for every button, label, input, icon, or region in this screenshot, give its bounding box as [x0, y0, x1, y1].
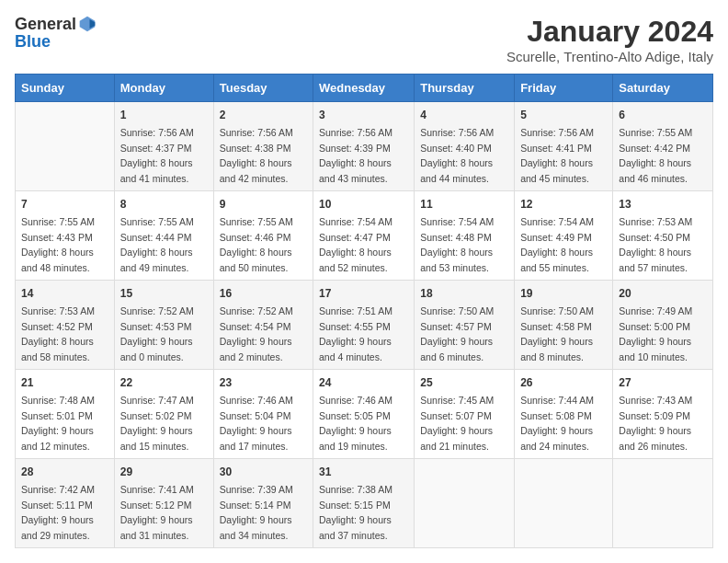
calendar-cell: 8Sunrise: 7:55 AMSunset: 4:44 PMDaylight… [114, 191, 213, 281]
day-info: Sunrise: 7:55 AMSunset: 4:42 PMDaylight:… [619, 127, 692, 184]
day-number: 31 [319, 464, 408, 480]
day-number: 26 [520, 374, 607, 391]
day-info: Sunrise: 7:56 AMSunset: 4:40 PMDaylight:… [420, 127, 494, 184]
day-info: Sunrise: 7:56 AMSunset: 4:41 PMDaylight:… [520, 127, 594, 184]
day-info: Sunrise: 7:52 AMSunset: 4:53 PMDaylight:… [120, 305, 194, 362]
day-number: 17 [319, 285, 408, 302]
day-number: 16 [220, 285, 307, 302]
day-info: Sunrise: 7:54 AMSunset: 4:47 PMDaylight:… [319, 216, 392, 273]
calendar-cell: 18Sunrise: 7:50 AMSunset: 4:57 PMDayligh… [415, 281, 515, 370]
col-saturday: Saturday [613, 75, 713, 102]
calendar-week-row: 7Sunrise: 7:55 AMSunset: 4:43 PMDaylight… [16, 191, 713, 281]
day-number: 24 [319, 374, 408, 391]
day-number: 29 [120, 464, 208, 480]
day-info: Sunrise: 7:43 AMSunset: 5:09 PMDaylight:… [619, 395, 692, 452]
day-info: Sunrise: 7:39 AMSunset: 5:14 PMDaylight:… [220, 484, 293, 541]
calendar-cell: 24Sunrise: 7:46 AMSunset: 5:05 PMDayligh… [313, 370, 415, 459]
calendar-cell: 28Sunrise: 7:42 AMSunset: 5:11 PMDayligh… [16, 459, 115, 548]
day-info: Sunrise: 7:45 AMSunset: 5:07 PMDaylight:… [420, 395, 494, 452]
day-number: 15 [120, 285, 208, 302]
day-number: 8 [120, 196, 208, 213]
day-info: Sunrise: 7:46 AMSunset: 5:05 PMDaylight:… [319, 395, 392, 452]
day-info: Sunrise: 7:44 AMSunset: 5:08 PMDaylight:… [520, 395, 594, 452]
calendar-cell: 17Sunrise: 7:51 AMSunset: 4:55 PMDayligh… [313, 281, 415, 370]
calendar-cell: 5Sunrise: 7:56 AMSunset: 4:41 PMDaylight… [515, 102, 613, 191]
day-info: Sunrise: 7:55 AMSunset: 4:44 PMDaylight:… [120, 216, 194, 273]
day-info: Sunrise: 7:51 AMSunset: 4:55 PMDaylight:… [319, 305, 392, 362]
day-number: 5 [520, 107, 607, 123]
day-info: Sunrise: 7:48 AMSunset: 5:01 PMDaylight:… [21, 395, 95, 452]
day-number: 2 [220, 107, 307, 123]
calendar-cell: 30Sunrise: 7:39 AMSunset: 5:14 PMDayligh… [213, 459, 313, 548]
day-info: Sunrise: 7:50 AMSunset: 4:57 PMDaylight:… [420, 305, 494, 362]
calendar-cell [16, 102, 115, 191]
calendar-cell: 20Sunrise: 7:49 AMSunset: 5:00 PMDayligh… [613, 281, 713, 370]
calendar-cell [515, 459, 613, 548]
calendar-cell: 2Sunrise: 7:56 AMSunset: 4:38 PMDaylight… [213, 102, 313, 191]
calendar-cell: 23Sunrise: 7:46 AMSunset: 5:04 PMDayligh… [213, 370, 313, 459]
calendar-cell: 19Sunrise: 7:50 AMSunset: 4:58 PMDayligh… [515, 281, 613, 370]
day-number: 23 [220, 374, 307, 391]
calendar-cell: 31Sunrise: 7:38 AMSunset: 5:15 PMDayligh… [313, 459, 415, 548]
day-info: Sunrise: 7:56 AMSunset: 4:38 PMDaylight:… [220, 127, 293, 184]
calendar-cell: 27Sunrise: 7:43 AMSunset: 5:09 PMDayligh… [613, 370, 713, 459]
day-number: 6 [619, 107, 707, 123]
calendar-cell: 4Sunrise: 7:56 AMSunset: 4:40 PMDaylight… [415, 102, 515, 191]
day-number: 12 [520, 196, 607, 213]
calendar-cell: 13Sunrise: 7:53 AMSunset: 4:50 PMDayligh… [613, 191, 713, 281]
calendar-cell: 11Sunrise: 7:54 AMSunset: 4:48 PMDayligh… [415, 191, 515, 281]
calendar-cell: 16Sunrise: 7:52 AMSunset: 4:54 PMDayligh… [213, 281, 313, 370]
day-number: 28 [21, 464, 108, 480]
calendar-header-row: Sunday Monday Tuesday Wednesday Thursday… [16, 75, 713, 102]
day-info: Sunrise: 7:49 AMSunset: 5:00 PMDaylight:… [619, 305, 692, 362]
day-info: Sunrise: 7:53 AMSunset: 4:52 PMDaylight:… [21, 305, 95, 362]
day-number: 22 [120, 374, 208, 391]
day-info: Sunrise: 7:41 AMSunset: 5:12 PMDaylight:… [120, 484, 194, 541]
calendar-cell: 3Sunrise: 7:56 AMSunset: 4:39 PMDaylight… [313, 102, 415, 191]
day-info: Sunrise: 7:55 AMSunset: 4:46 PMDaylight:… [220, 216, 293, 273]
day-number: 11 [420, 196, 508, 213]
calendar-week-row: 21Sunrise: 7:48 AMSunset: 5:01 PMDayligh… [16, 370, 713, 459]
day-number: 9 [220, 196, 307, 213]
calendar-cell: 12Sunrise: 7:54 AMSunset: 4:49 PMDayligh… [515, 191, 613, 281]
calendar-week-row: 28Sunrise: 7:42 AMSunset: 5:11 PMDayligh… [16, 459, 713, 548]
calendar-cell: 25Sunrise: 7:45 AMSunset: 5:07 PMDayligh… [415, 370, 515, 459]
calendar-cell: 26Sunrise: 7:44 AMSunset: 5:08 PMDayligh… [515, 370, 613, 459]
logo-icon [78, 15, 97, 33]
calendar-cell: 9Sunrise: 7:55 AMSunset: 4:46 PMDaylight… [213, 191, 313, 281]
day-number: 3 [319, 107, 408, 123]
col-thursday: Thursday [415, 75, 515, 102]
day-number: 18 [420, 285, 508, 302]
day-info: Sunrise: 7:52 AMSunset: 4:54 PMDaylight:… [220, 305, 293, 362]
location-subtitle: Scurelle, Trentino-Alto Adige, Italy [506, 49, 713, 64]
calendar-table: Sunday Monday Tuesday Wednesday Thursday… [15, 74, 713, 548]
logo-blue: Blue [15, 32, 51, 51]
day-number: 7 [21, 196, 108, 213]
day-number: 25 [420, 374, 508, 391]
col-wednesday: Wednesday [313, 75, 415, 102]
day-info: Sunrise: 7:47 AMSunset: 5:02 PMDaylight:… [120, 395, 194, 452]
day-info: Sunrise: 7:54 AMSunset: 4:48 PMDaylight:… [420, 216, 494, 273]
calendar-cell: 1Sunrise: 7:56 AMSunset: 4:37 PMDaylight… [114, 102, 213, 191]
day-number: 4 [420, 107, 508, 123]
day-info: Sunrise: 7:56 AMSunset: 4:39 PMDaylight:… [319, 127, 392, 184]
day-number: 27 [619, 374, 707, 391]
day-info: Sunrise: 7:55 AMSunset: 4:43 PMDaylight:… [21, 216, 95, 273]
day-number: 13 [619, 196, 707, 213]
month-year-title: January 2024 [506, 15, 713, 49]
day-number: 20 [619, 285, 707, 302]
calendar-week-row: 1Sunrise: 7:56 AMSunset: 4:37 PMDaylight… [16, 102, 713, 191]
title-area: January 2024 Scurelle, Trentino-Alto Adi… [506, 15, 713, 64]
header: General Blue January 2024 Scurelle, Tren… [15, 15, 713, 64]
calendar-week-row: 14Sunrise: 7:53 AMSunset: 4:52 PMDayligh… [16, 281, 713, 370]
day-number: 21 [21, 374, 108, 391]
calendar-cell [613, 459, 713, 548]
logo-general: General [15, 16, 76, 32]
day-number: 19 [520, 285, 607, 302]
col-sunday: Sunday [16, 75, 115, 102]
calendar-cell: 29Sunrise: 7:41 AMSunset: 5:12 PMDayligh… [114, 459, 213, 548]
day-number: 1 [120, 107, 208, 123]
day-number: 30 [220, 464, 307, 480]
calendar-cell: 21Sunrise: 7:48 AMSunset: 5:01 PMDayligh… [16, 370, 115, 459]
day-info: Sunrise: 7:53 AMSunset: 4:50 PMDaylight:… [619, 216, 692, 273]
